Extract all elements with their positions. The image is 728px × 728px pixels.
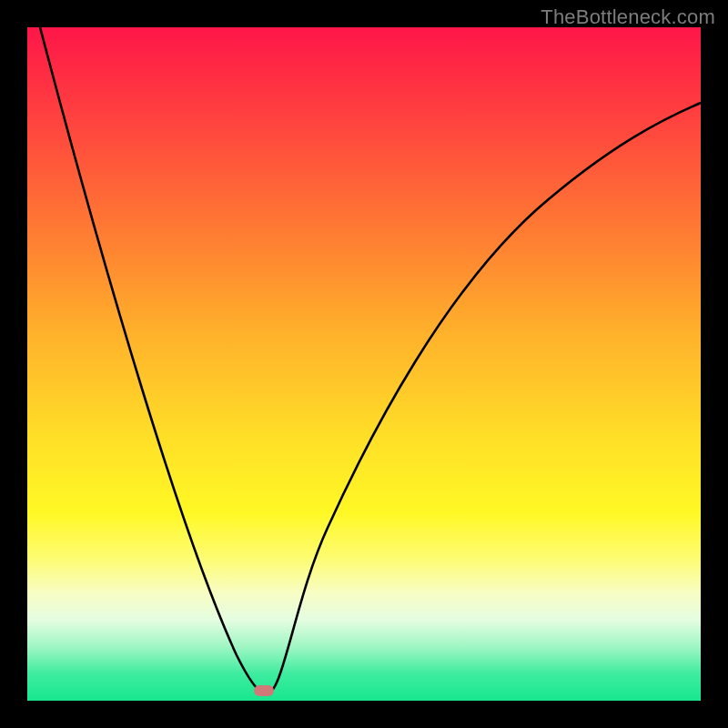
watermark-text: TheBottleneck.com	[541, 5, 715, 29]
optimal-marker	[254, 685, 274, 696]
bottleneck-curve	[27, 27, 701, 701]
chart-frame: TheBottleneck.com	[0, 0, 728, 728]
curve-path	[40, 27, 701, 693]
plot-area	[27, 27, 701, 701]
